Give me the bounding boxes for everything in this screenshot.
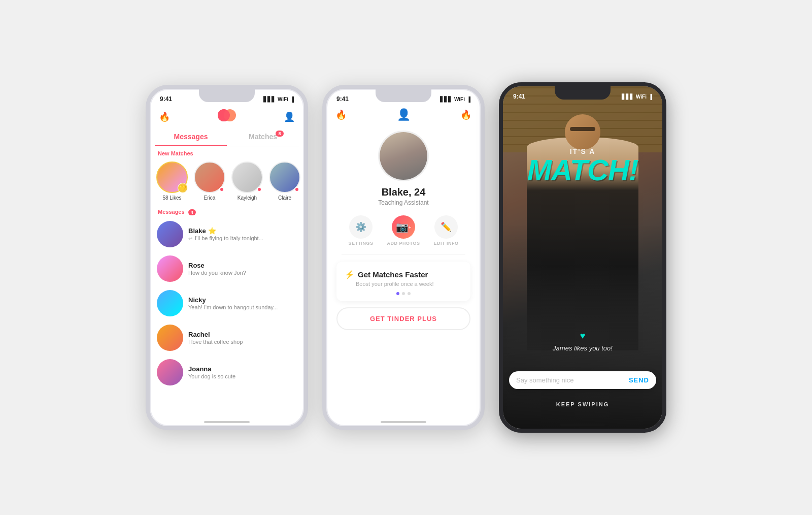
profile-actions: ⚙️ SETTINGS 📷+ ADD PHOTOS ✏️ EDIT INFO <box>342 215 465 254</box>
edit-label: EDIT INFO <box>433 241 458 246</box>
james-text: James likes you too! <box>553 344 613 352</box>
blake-avatar <box>157 221 183 247</box>
profile-photo-inner <box>380 132 427 180</box>
svg-point-2 <box>218 109 230 121</box>
messages-header: Messages 4 <box>150 205 304 217</box>
camera-icon: 📷+ <box>392 215 415 239</box>
rose-preview: How do you know Jon? <box>188 270 297 276</box>
keep-swiping-button[interactable]: KEEP SWIPING <box>503 401 662 407</box>
phone1-content: 🔥 👤 Messages Matches 8 New Matches <box>150 105 304 426</box>
time-3: 9:41 <box>513 93 525 100</box>
likes-match-item[interactable]: 💛 58 Likes <box>156 162 188 201</box>
tabs: Messages Matches 8 <box>155 128 299 146</box>
nicky-avatar <box>157 290 183 316</box>
add-photos-action[interactable]: 📷+ ADD PHOTOS <box>387 215 420 246</box>
flame-nav-icon[interactable]: 🔥 <box>159 111 170 122</box>
blake-info: Blake ⭐ ↩ I'll be flying to Italy tonigh… <box>188 227 297 241</box>
edit-icon: ✏️ <box>434 215 458 239</box>
match-overlay: IT'S A MATCH! <box>503 147 662 185</box>
phone-match: 9:41 ▋▋▋ WiFi ▐ IT'S A MATCH! ♥ James li… <box>499 82 666 433</box>
person-nav-icon: 👤 <box>397 108 411 121</box>
tinder-nav-icon-2[interactable]: 🔥 <box>460 109 471 120</box>
profile-name: Blake, 24 <box>336 186 470 198</box>
wifi-icon: WiFi <box>278 96 288 102</box>
tab-matches[interactable]: Matches 8 <box>227 128 299 146</box>
james-likes: ♥ James likes you too! <box>503 331 662 352</box>
boost-title: ⚡ Get Matches Faster <box>345 270 462 279</box>
phone-profile: 9:41 ▋▋▋ WiFi ▐ 🔥 👤 🔥 Blake, 24 Teaching… <box>322 85 485 430</box>
convo-rachel[interactable]: Rachel I love that coffee shop <box>150 320 304 355</box>
erica-name: Erica <box>204 195 216 201</box>
joanna-name: Joanna <box>188 365 297 373</box>
wifi-icon-3: WiFi <box>636 94 647 100</box>
time-1: 9:41 <box>160 95 172 103</box>
joanna-avatar <box>157 359 183 385</box>
flame-nav-icon-2[interactable]: 🔥 <box>335 109 347 120</box>
home-indicator-1 <box>204 421 250 423</box>
nicky-name: Nicky <box>188 296 297 304</box>
dot-2 <box>402 292 405 295</box>
blake-preview: ↩ I'll be flying to Italy tonight... <box>188 235 297 241</box>
sunglasses <box>570 127 595 131</box>
kayleigh-avatar-wrap <box>231 162 263 193</box>
match-text: MATCH! <box>503 155 662 185</box>
settings-action[interactable]: ⚙️ SETTINGS <box>349 215 374 246</box>
dot-3 <box>408 292 411 295</box>
heart-icon: ♥ <box>503 331 662 341</box>
carousel-dots <box>345 292 462 295</box>
joanna-preview: Your dog is so cute <box>188 373 297 379</box>
convo-blake[interactable]: Blake ⭐ ↩ I'll be flying to Italy tonigh… <box>150 217 304 251</box>
convo-rose[interactable]: Rose How do you know Jon? <box>150 251 304 286</box>
add-photos-label: ADD PHOTOS <box>387 241 420 246</box>
matches-row[interactable]: 💛 58 Likes Erica Kayleigh <box>150 158 304 205</box>
lightning-icon: ⚡ <box>345 270 355 279</box>
send-button[interactable]: SEND <box>629 376 649 384</box>
convo-joanna[interactable]: Joanna Your dog is so cute <box>150 355 304 390</box>
conversation-list: Blake ⭐ ↩ I'll be flying to Italy tonigh… <box>150 217 304 390</box>
wifi-icon-2: WiFi <box>454 96 465 102</box>
get-tinder-plus-button[interactable]: GET TINDER PLUS <box>336 307 470 330</box>
nav-bar-1: 🔥 👤 <box>150 105 304 128</box>
gold-heart-icon: 💛 <box>178 183 188 193</box>
convo-nicky[interactable]: Nicky Yeah! I'm down to hangout sunday..… <box>150 286 304 320</box>
claire-match-item[interactable]: Claire <box>268 162 301 201</box>
claire-online-dot <box>294 187 299 192</box>
profile-nav-icon[interactable]: 👤 <box>284 111 295 122</box>
blake-name: Blake ⭐ <box>188 227 297 235</box>
erica-match-item[interactable]: Erica <box>193 162 226 201</box>
profile-photo[interactable] <box>378 131 429 181</box>
battery-icon-2: ▐ <box>467 96 470 102</box>
rachel-preview: I love that coffee shop <box>188 339 297 345</box>
phone2-content: 🔥 👤 🔥 Blake, 24 Teaching Assistant ⚙️ SE… <box>326 105 481 426</box>
tab-messages[interactable]: Messages <box>155 128 227 146</box>
nicky-info: Nicky Yeah! I'm down to hangout sunday..… <box>188 296 297 310</box>
messages-count-badge: 4 <box>188 209 196 215</box>
kayleigh-online-dot <box>257 187 262 192</box>
notch-3 <box>555 86 611 100</box>
notch-2 <box>376 89 431 102</box>
rose-name: Rose <box>188 262 297 269</box>
time-2: 9:41 <box>336 95 349 103</box>
kayleigh-match-item[interactable]: Kayleigh <box>231 162 263 201</box>
home-indicator-2 <box>381 421 426 423</box>
boost-card: ⚡ Get Matches Faster Boost your profile … <box>336 262 470 301</box>
rachel-name: Rachel <box>188 331 297 338</box>
likes-avatar-wrap: 💛 <box>156 162 188 193</box>
erica-avatar-wrap <box>194 162 225 193</box>
profile-text: Blake, 24 Teaching Assistant ⚙️ SETTINGS… <box>326 186 481 330</box>
profile-job: Teaching Assistant <box>336 199 470 206</box>
message-placeholder[interactable]: Say something nice <box>516 376 629 384</box>
rachel-avatar <box>157 325 183 351</box>
battery-icon-3: ▐ <box>649 94 652 100</box>
nicky-preview: Yeah! I'm down to hangout sunday... <box>188 304 297 310</box>
edit-info-action[interactable]: ✏️ EDIT INFO <box>433 215 458 246</box>
status-icons-1: ▋▋▋ WiFi ▐ <box>263 96 294 102</box>
claire-name: Claire <box>278 195 291 201</box>
blake-star: ⭐ <box>208 227 216 235</box>
profile-pic-area <box>326 131 481 181</box>
settings-icon: ⚙️ <box>349 215 373 239</box>
phone-messages: 9:41 ▋▋▋ WiFi ▐ 🔥 👤 Messages <box>146 85 308 430</box>
dot-1 <box>396 292 399 295</box>
matches-badge: 8 <box>276 131 284 137</box>
nav-bar-2: 🔥 👤 🔥 <box>326 105 481 124</box>
